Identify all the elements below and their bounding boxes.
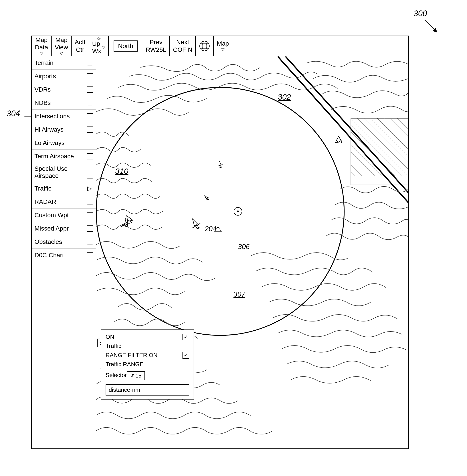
airplane-icon [94,37,103,40]
popup-range-filter-checkbox[interactable]: ✓ [182,352,189,359]
svg-text:204: 204 [205,225,217,233]
sidebar-lo-airways-label: Lo Airways [34,139,65,146]
term-airspace-checkbox[interactable] [87,153,93,159]
hi-airways-checkbox[interactable] [87,127,93,133]
toolbar-next-line2: COFIN [173,46,192,53]
popup-selector-row: Selector ↺ 15 [105,370,189,380]
toolbar-map-view-dropdown: ▽ [60,51,63,56]
toolbar-acft-ctr-line1: Acft [75,39,85,46]
popup-range-filter-row: RANGE FILTER ON ✓ [105,352,189,359]
sidebar-radar-label: RADAR [34,198,56,205]
svg-marker-14 [335,136,342,143]
sidebar-hi-airways[interactable]: Hi Airways [32,123,96,136]
sidebar-terrain[interactable]: Terrain [32,56,96,70]
svg-point-26 [237,211,239,212]
sidebar-intersections[interactable]: Intersections [32,110,96,123]
sidebar-term-airspace-label: Term Airspace [34,153,74,160]
sidebar-terrain-label: Terrain [34,59,53,66]
intersections-checkbox[interactable] [87,113,93,119]
popup-range-filter-label: RANGE FILTER ON [105,352,158,359]
sidebar-ndbs[interactable]: NDBs [32,96,96,110]
traffic-triangle[interactable]: ▷ [86,185,93,192]
toolbar-map-view-line2: View [55,44,68,51]
popup-traffic-range-label: Traffic RANGE [105,361,143,368]
airports-checkbox[interactable] [87,73,93,79]
svg-point-13 [96,87,344,335]
toolbar-acft-ctr[interactable]: Acft Ctr [72,36,89,56]
toolbar-prev-line1: Prev [150,39,162,46]
sidebar-term-airspace[interactable]: Term Airspace [32,150,96,163]
sidebar-hi-airways-label: Hi Airways [34,126,64,133]
map-area: 302 310 204 306 307 [96,56,408,449]
ref-300-arrow [423,18,440,36]
popup-traffic-label: Traffic [105,343,121,349]
toolbar-prev-rw25l[interactable]: Prev RW25L [143,36,170,56]
toolbar-map-data[interactable]: Map Data ▽ [32,36,52,56]
svg-text:306: 306 [238,243,250,251]
toolbar-up-wx-dropdown: ▽ [102,45,105,50]
terrain-checkbox[interactable] [87,60,93,66]
sidebar-custom-wpt[interactable]: Custom Wpt [32,209,96,222]
sidebar-custom-wpt-label: Custom Wpt [34,212,69,219]
popup-traffic-range-row: Traffic RANGE [105,361,189,368]
radar-checkbox[interactable] [87,199,93,205]
popup-on-row: ON ✓ [105,333,189,340]
sidebar-intersections-label: Intersections [34,113,70,120]
north-label: North [118,42,133,49]
toolbar-map-data-line2: Data [35,44,48,51]
sidebar-special-use-line1: Special Use [34,165,67,172]
sidebar-airports[interactable]: Airports [32,70,96,83]
toolbar: Map Data ▽ Map View ▽ Acft Ctr UpWx ▽ No… [32,36,408,56]
doc-chart-checkbox[interactable] [87,252,93,258]
toolbar-map-right-label: Map [217,40,229,47]
ref-304-label: 304 [7,109,20,118]
sidebar-doc-chart-label: D0C Chart [34,252,64,259]
toolbar-map-view[interactable]: Map View ▽ [52,36,72,56]
popup-on-checkbox[interactable]: ✓ [182,334,189,340]
svg-line-11 [278,56,408,202]
obstacles-checkbox[interactable] [87,239,93,245]
sidebar-ndbs-label: NDBs [34,99,51,106]
sidebar-vdrs-label: VDRs [34,86,51,93]
toolbar-acft-ctr-line2: Ctr [76,46,84,53]
sidebar-doc-chart[interactable]: D0C Chart [32,249,96,262]
toolbar-map-view-line1: Map [55,36,67,44]
sidebar-obstacles[interactable]: Obstacles [32,235,96,249]
toolbar-globe[interactable] [196,36,214,56]
toolbar-map-data-dropdown: ▽ [40,51,43,56]
toolbar-up-wx-label: UpWx [92,40,101,55]
sidebar-missed-appr[interactable]: Missed Appr [32,222,96,235]
missed-appr-checkbox[interactable] [87,225,93,232]
svg-line-20 [218,165,223,166]
svg-rect-10 [351,119,408,185]
popup-selector-label: Selector [105,372,127,379]
range-selector-btn[interactable]: ↺ 15 [127,371,145,380]
toolbar-next-cofin[interactable]: Next COFIN [170,36,196,56]
sidebar-traffic[interactable]: Traffic ▷ [32,182,96,195]
svg-line-12 [285,56,408,193]
sidebar-special-use-line2: Airspace [34,172,59,179]
range-value: 15 [135,373,141,379]
toolbar-map-right[interactable]: Map ▽ [214,36,232,56]
sidebar-vdrs[interactable]: VDRs [32,83,96,96]
sidebar-traffic-label: Traffic [34,185,51,192]
sidebar-lo-airways[interactable]: Lo Airways [32,136,96,150]
ndbs-checkbox[interactable] [87,100,93,106]
sidebar-radar[interactable]: RADAR [32,195,96,209]
north-button-box[interactable]: North [114,40,138,52]
sidebar-special-use[interactable]: Special Use Airspace [32,163,96,182]
ref-300-label: 300 [414,9,427,18]
content-area: Terrain Airports VDRs NDBs Intersections… [32,56,408,449]
lo-airways-checkbox[interactable] [87,140,93,146]
svg-marker-4 [97,37,101,40]
main-panel: Map Data ▽ Map View ▽ Acft Ctr UpWx ▽ No… [31,36,409,449]
sidebar-obstacles-label: Obstacles [34,238,62,245]
distance-nm-input[interactable] [105,384,189,396]
special-use-checkbox[interactable] [87,173,93,179]
toolbar-north-btn[interactable]: North [109,36,143,56]
toolbar-up-wx[interactable]: UpWx ▽ [89,36,109,56]
toolbar-map-right-dropdown: ▽ [221,47,224,52]
toolbar-map-data-line1: Map [35,36,47,44]
vdrs-checkbox[interactable] [87,86,93,93]
custom-wpt-checkbox[interactable] [87,212,93,218]
